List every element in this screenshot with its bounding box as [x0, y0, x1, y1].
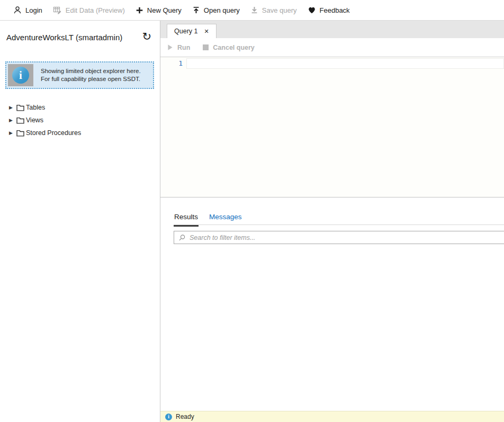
- login-button[interactable]: Login: [13, 6, 42, 14]
- new-query-label: New Query: [147, 6, 182, 14]
- edit-table-icon: [53, 6, 62, 14]
- status-info-icon: i: [165, 414, 172, 420]
- feedback-button[interactable]: Feedback: [308, 6, 350, 14]
- new-query-button[interactable]: New Query: [136, 6, 182, 14]
- notice-line-2: For full capability please open SSDT.: [41, 75, 149, 83]
- save-query-button: Save query: [250, 6, 297, 14]
- limited-explorer-notice: i Showing limited object explorer here. …: [5, 61, 154, 89]
- notice-icon-background: i: [8, 64, 33, 86]
- refresh-icon[interactable]: ↻: [142, 31, 151, 42]
- cancel-query-label: Cancel query: [213, 44, 255, 51]
- sql-editor[interactable]: 1: [160, 57, 504, 197]
- cancel-query-button: Cancel query: [203, 44, 255, 51]
- folder-icon: [16, 130, 24, 137]
- expander-icon[interactable]: ▶: [9, 118, 16, 123]
- folder-icon: [16, 104, 24, 111]
- query-pane: Query 1 ✕ Run Cancel query 1 Results Mes…: [160, 21, 504, 422]
- query-tab-bar: Query 1 ✕: [160, 21, 504, 38]
- expander-icon[interactable]: ▶: [9, 130, 16, 136]
- search-input[interactable]: [190, 231, 504, 244]
- feedback-label: Feedback: [320, 6, 350, 14]
- query-tab[interactable]: Query 1 ✕: [167, 24, 217, 38]
- folder-icon: [16, 117, 24, 124]
- object-tree: ▶ Tables ▶ Views ▶ St: [0, 101, 160, 139]
- person-icon: [13, 6, 22, 14]
- stop-icon: [203, 44, 209, 50]
- edit-data-label: Edit Data (Preview): [66, 6, 125, 14]
- tree-item-tables[interactable]: ▶ Tables: [0, 101, 160, 114]
- open-query-label: Open query: [204, 6, 240, 14]
- tree-item-views[interactable]: ▶ Views: [0, 114, 160, 127]
- close-icon[interactable]: ✕: [204, 29, 209, 34]
- expander-icon[interactable]: ▶: [9, 105, 16, 110]
- status-bar: i Ready: [160, 411, 504, 422]
- open-query-button[interactable]: Open query: [192, 6, 240, 14]
- run-button: Run: [167, 44, 190, 51]
- open-arrow-icon: [192, 6, 200, 14]
- line-number: 1: [160, 58, 183, 69]
- edit-data-button: Edit Data (Preview): [53, 6, 125, 14]
- run-icon: [167, 44, 173, 51]
- save-query-label: Save query: [262, 6, 297, 14]
- object-explorer-sidebar: AdventureWorksLT (smartadmin) ↻ i Showin…: [0, 21, 160, 422]
- top-toolbar: Login Edit Data (Preview) New Query: [0, 0, 504, 21]
- login-label: Login: [25, 6, 42, 14]
- plus-icon: [136, 6, 143, 14]
- search-icon: [178, 234, 186, 241]
- status-label: Ready: [176, 413, 194, 420]
- tree-item-stored-procedures[interactable]: ▶ Stored Procedures: [0, 127, 160, 139]
- run-label: Run: [177, 44, 190, 51]
- info-icon: i: [12, 67, 29, 84]
- editor-current-line[interactable]: [186, 58, 504, 69]
- results-search-box: [174, 231, 504, 244]
- save-arrow-icon: [250, 6, 258, 14]
- tree-item-label: Views: [26, 116, 43, 124]
- notice-text: Showing limited object explorer here. Fo…: [33, 64, 151, 86]
- query-action-bar: Run Cancel query: [160, 38, 504, 57]
- results-tabs-divider: [174, 225, 504, 225]
- tree-item-label: Tables: [26, 104, 45, 111]
- sidebar-header: AdventureWorksLT (smartadmin) ↻: [0, 21, 160, 42]
- heart-icon: [308, 6, 316, 14]
- tree-item-label: Stored Procedures: [26, 129, 81, 137]
- notice-line-1: Showing limited object explorer here.: [41, 67, 149, 75]
- results-panel: Results Messages: [160, 197, 504, 411]
- database-title: AdventureWorksLT (smartadmin): [6, 31, 122, 42]
- query-tab-label: Query 1: [174, 28, 197, 35]
